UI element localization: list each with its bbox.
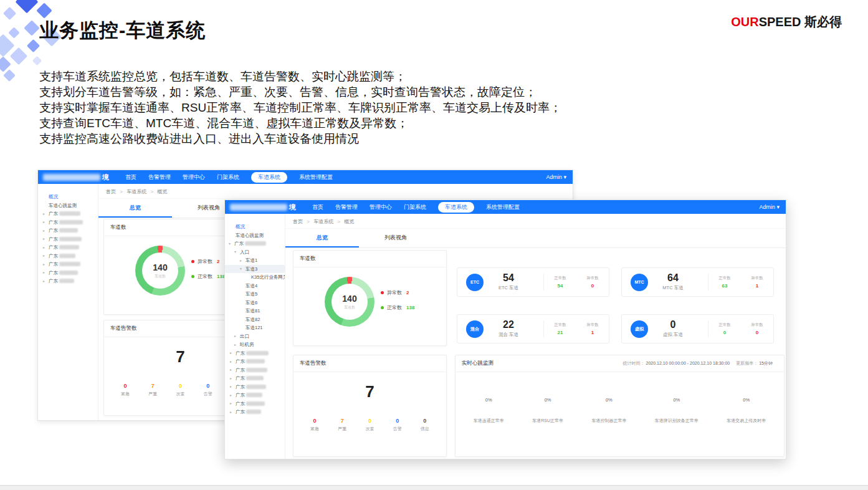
breadcrumb-item[interactable]: 首页 xyxy=(106,189,116,195)
sidebar-item-label: 广东 xyxy=(236,376,245,381)
normal-count-value: 21 xyxy=(544,330,576,335)
user-menu[interactable]: Admin ▾ xyxy=(546,174,566,180)
sidebar-item[interactable]: 车道81 xyxy=(225,307,285,315)
tree-expand-icon[interactable]: ▸ xyxy=(43,279,47,283)
sidebar-item[interactable]: ▸ 广东 xyxy=(38,277,98,286)
station-tree-sidebar: 概况 车道心跳监测 ▸ 广东 ▸ 广东 ▸ 广东 ▸ 广东 xyxy=(38,184,98,420)
tree-expand-icon[interactable]: ▸ xyxy=(230,393,234,397)
tree-expand-icon[interactable]: ▸ xyxy=(43,271,47,274)
nav-menu-item[interactable]: 车道系统 xyxy=(438,202,474,213)
tree-expand-icon[interactable]: ▸ xyxy=(230,385,234,388)
breadcrumb-item[interactable]: 车道系统 xyxy=(313,219,333,224)
tree-expand-icon[interactable]: ▾ xyxy=(240,267,244,271)
sidebar-item[interactable]: 车道心跳监测 xyxy=(225,231,285,240)
nav-menu-item[interactable]: 管理中心 xyxy=(370,203,392,211)
tree-expand-icon[interactable]: ▸ xyxy=(230,360,234,363)
sidebar-item[interactable]: ▾ 入口 xyxy=(225,248,285,257)
tree-expand-icon[interactable]: ▸ xyxy=(230,410,234,414)
sidebar-item[interactable]: ▸ 广东 xyxy=(38,218,98,227)
tree-expand-icon[interactable]: ▸ xyxy=(230,351,234,355)
slide-bottom-strip xyxy=(0,485,868,490)
sidebar-item[interactable]: ▸ 广东 xyxy=(225,383,285,392)
tree-expand-icon[interactable]: ▸ xyxy=(230,368,234,372)
tree-expand-icon[interactable]: ▸ xyxy=(230,401,234,405)
view-tab[interactable]: 总览 xyxy=(98,199,172,218)
sidebar-item-label: 车道81 xyxy=(246,309,260,314)
breadcrumb-item[interactable]: 车道系统 xyxy=(126,189,146,195)
sidebar-item[interactable]: 车道82 xyxy=(225,315,285,324)
sidebar-item[interactable]: ▸ 广东 xyxy=(225,366,285,375)
sidebar-item[interactable]: ▾ 广东 xyxy=(225,239,285,248)
tree-expand-icon[interactable]: ▸ xyxy=(43,229,47,233)
description-line: 支持监控高速公路收费站进出入口、进出入车道设备使用情况 xyxy=(39,131,561,147)
tree-expand-icon[interactable]: ▸ xyxy=(234,343,239,347)
nav-menu-item[interactable]: 车道系统 xyxy=(251,172,287,183)
sidebar-item[interactable]: ▸ 广东 xyxy=(38,269,98,277)
nav-menu-item[interactable]: 管理中心 xyxy=(183,173,205,181)
sidebar-item[interactable]: ▸ 站机房 xyxy=(225,340,285,349)
sidebar-item[interactable]: ▸ 广东 xyxy=(38,252,98,261)
sidebar-item-label: 概况 xyxy=(49,195,58,199)
sidebar-item[interactable]: 车道心跳监测 xyxy=(38,201,98,210)
sidebar-item[interactable]: ▸ 广东 xyxy=(225,374,285,383)
tree-expand-icon[interactable]: ▸ xyxy=(43,254,47,257)
tree-expand-icon[interactable]: ▸ xyxy=(234,334,239,338)
nav-menu-item[interactable]: 首页 xyxy=(125,173,136,181)
sidebar-item[interactable]: K35北行业务网关 xyxy=(225,273,285,282)
user-menu[interactable]: Admin ▾ xyxy=(759,204,780,210)
sidebar-item[interactable]: 车道4 xyxy=(225,282,285,291)
nav-menu-item[interactable]: 告警管理 xyxy=(335,203,358,211)
sidebar-item-label: 车道1 xyxy=(246,258,257,263)
sidebar-item[interactable]: 车道121 xyxy=(225,324,285,332)
sidebar-item[interactable]: ▸ 广东 xyxy=(38,226,98,235)
donut-legend: 异常数 2 正常数 138 xyxy=(191,258,225,280)
tree-expand-icon[interactable]: ▸ xyxy=(230,377,234,380)
sidebar-item[interactable]: ▸ 出口 xyxy=(225,332,285,341)
tree-expand-icon[interactable]: ▸ xyxy=(43,246,47,249)
sidebar-item[interactable]: ▸ 广东 xyxy=(225,391,285,400)
nav-menu-item[interactable]: 门架系统 xyxy=(217,173,239,181)
sidebar-item[interactable]: ▸ 广东 xyxy=(225,400,285,408)
sidebar-item[interactable]: ▸ 广东 xyxy=(225,349,285,358)
sidebar-item-label: 广东 xyxy=(49,228,58,233)
redacted-text xyxy=(246,368,267,372)
sidebar-item[interactable]: 车道6 xyxy=(225,299,285,307)
nav-menu-item[interactable]: 系统管理配置 xyxy=(486,203,520,211)
tree-expand-icon[interactable]: ▸ xyxy=(43,262,47,266)
redacted-text xyxy=(59,245,79,249)
tree-expand-icon[interactable]: ▾ xyxy=(234,250,239,254)
nav-menu-item[interactable]: 门架系统 xyxy=(404,203,426,211)
tree-expand-icon[interactable]: ▸ xyxy=(43,237,47,241)
abnormal-count-value: 0 xyxy=(576,283,609,289)
heartbeat-metric-value: 0% xyxy=(655,397,699,403)
view-tab[interactable]: 列表视角 xyxy=(359,229,432,247)
tree-expand-icon[interactable]: ▸ xyxy=(43,212,47,216)
sidebar-item[interactable]: ▾ 车道3 xyxy=(225,265,285,274)
sidebar-item[interactable]: 概况 xyxy=(225,223,285,231)
view-tab[interactable]: 总览 xyxy=(285,229,359,247)
sidebar-item-label: 广东 xyxy=(49,262,58,267)
sidebar-item[interactable]: ▸ 广东 xyxy=(225,408,285,416)
sidebar-item[interactable]: ▸ 广东 xyxy=(38,260,98,269)
sidebar-item[interactable]: 概况 xyxy=(38,193,98,201)
sidebar-item[interactable]: 车道5 xyxy=(225,290,285,299)
nav-menu-item[interactable]: 首页 xyxy=(312,203,323,211)
alarm-level-stat: 0 次要 xyxy=(365,418,374,432)
sidebar-item[interactable]: ▸ 车道1 xyxy=(225,256,285,265)
sidebar-item[interactable]: ▸ 广东 xyxy=(38,235,98,244)
lane-type-card: ETC 54 ETC 车道 正常数 54 异常数 0 xyxy=(457,267,609,297)
tree-expand-icon[interactable]: ▾ xyxy=(229,242,233,246)
sidebar-item[interactable]: ▸ 广东 xyxy=(38,243,98,252)
nav-menu-item[interactable]: 告警管理 xyxy=(148,173,171,181)
nav-menu-item[interactable]: 系统管理配置 xyxy=(299,173,333,181)
lane-count-donut-chart: 140 车道数 xyxy=(135,246,185,295)
normal-count-value: 63 xyxy=(708,283,741,289)
breadcrumb-item[interactable]: 概览 xyxy=(344,219,354,224)
breadcrumb-item[interactable]: 概览 xyxy=(157,189,167,195)
description-line: 支持实时掌握车道连通率、RSU正常率、车道控制正常率、车牌识别正常率、车道交易上… xyxy=(39,100,561,115)
tree-expand-icon[interactable]: ▸ xyxy=(240,259,244,262)
tree-expand-icon[interactable]: ▸ xyxy=(43,220,47,224)
breadcrumb-item[interactable]: 首页 xyxy=(293,219,303,224)
sidebar-item[interactable]: ▸ 广东 xyxy=(225,357,285,366)
sidebar-item[interactable]: ▸ 广东 xyxy=(38,209,98,218)
